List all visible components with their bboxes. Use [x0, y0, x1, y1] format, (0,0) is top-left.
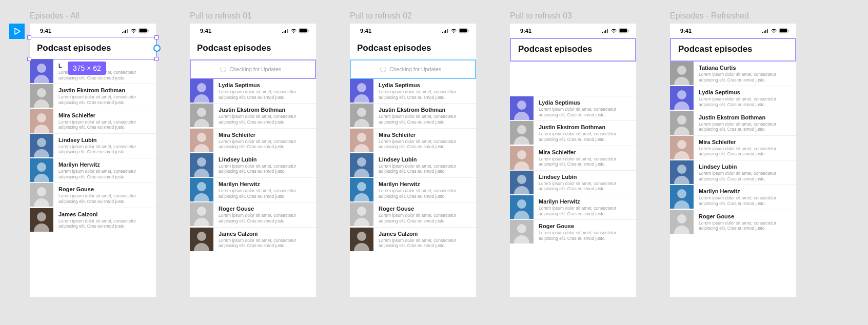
list-item[interactable]: Marilyn Herwitz Lorem ipsum dolor sit am…	[350, 177, 476, 202]
list-item[interactable]: James Calzoni Lorem ipsum dolor sit amet…	[350, 227, 476, 252]
episode-list[interactable]: Lydia Septimus Lorem ipsum dolor sit ame…	[350, 79, 476, 252]
list-item[interactable]: Mira Schleifer Lorem ipsum dolor sit ame…	[350, 128, 476, 153]
list-item[interactable]: Justin Ekstrom Bothman Lorem ipsum dolor…	[30, 84, 156, 108]
episode-description: Lorem ipsum dolor sit amet, consectetur …	[219, 139, 311, 150]
selection-handle[interactable]	[154, 57, 159, 61]
pull-to-refresh-indicator: Checking for Updates...	[190, 59, 316, 79]
svg-point-23	[197, 108, 206, 117]
svg-point-80	[677, 189, 686, 198]
artboard[interactable]: 9:41 Podcast episodes Lydia Septimus Lor…	[510, 24, 636, 297]
episode-title: Marilyn Herwitz	[58, 161, 151, 168]
episode-title: Roger Gouse	[58, 186, 151, 192]
svg-point-6	[37, 88, 46, 97]
list-item[interactable]: Roger Gouse Lorem ipsum dolor sit amet, …	[510, 219, 636, 244]
artboard[interactable]: 9:41 Podcast episodes Checking for Updat…	[190, 24, 316, 297]
list-item-body: Mira Schleifer Lorem ipsum dolor sit ame…	[694, 136, 796, 160]
list-item[interactable]: Lindsey Lubin Lorem ipsum dolor sit amet…	[30, 133, 156, 158]
list-item[interactable]: James Calzoni Lorem ipsum dolor sit amet…	[30, 208, 156, 232]
episode-title: Justin Ekstrom Bothman	[58, 87, 151, 93]
status-bar: 9:41	[670, 24, 796, 38]
list-item[interactable]: Lydia Septimus Lorem ipsum dolor sit ame…	[190, 79, 316, 103]
list-item-body: Lindsey Lubin Lorem ipsum dolor sit amet…	[213, 153, 316, 177]
artboard[interactable]: 9:41 Podcast episodes Checking for Updat…	[350, 24, 476, 297]
list-item[interactable]: Roger Gouse Lorem ipsum dolor sit amet, …	[670, 210, 796, 234]
list-item[interactable]: Mira Schleifer Lorem ipsum dolor sit ame…	[670, 135, 796, 160]
list-item-body: Justin Ekstrom Bothman Lorem ipsum dolor…	[694, 111, 796, 135]
avatar	[30, 134, 53, 157]
list-item-body: James Calzoni Lorem ipsum dolor sit amet…	[373, 228, 476, 252]
prototype-play-icon[interactable]	[9, 24, 25, 39]
list-item[interactable]: Lydia Septimus Lorem ipsum dolor sit ame…	[670, 86, 796, 110]
avatar	[190, 104, 213, 127]
prototype-connection-handle[interactable]	[153, 45, 161, 52]
episode-list[interactable]: Lydia Septimus Lorem ipsum dolor sit ame…	[190, 79, 316, 252]
refresh-label: Checking for Updates...	[229, 66, 286, 72]
list-item[interactable]: Justin Ekstrom Bothman Lorem ipsum dolor…	[510, 120, 636, 145]
list-item[interactable]: Tatiana Curtis Lorem ipsum dolor sit ame…	[670, 62, 796, 86]
avatar	[350, 129, 373, 152]
list-item[interactable]: Roger Gouse Lorem ipsum dolor sit amet, …	[190, 202, 316, 227]
svg-point-10	[37, 138, 46, 147]
svg-rect-2	[148, 30, 148, 31]
list-item[interactable]: Marilyn Herwitz Lorem ipsum dolor sit am…	[190, 177, 316, 202]
svg-point-38	[357, 83, 366, 92]
list-item-body: Mira Schleifer Lorem ipsum dolor sit ame…	[53, 109, 156, 133]
list-item[interactable]: Roger Gouse Lorem ipsum dolor sit amet, …	[30, 182, 156, 207]
svg-point-44	[357, 157, 366, 167]
list-item-body: Mira Schleifer Lorem ipsum dolor sit ame…	[534, 146, 636, 170]
list-item[interactable]: Lindsey Lubin Lorem ipsum dolor sit amet…	[350, 153, 476, 177]
list-item[interactable]: Marilyn Herwitz Lorem ipsum dolor sit am…	[30, 158, 156, 182]
episode-description: Lorem ipsum dolor sit amet, consectetur …	[379, 188, 471, 199]
list-item-body: Justin Ekstrom Bothman Lorem ipsum dolor…	[53, 84, 156, 108]
episode-description: Lorem ipsum dolor sit amet, consectetur …	[219, 89, 311, 100]
list-item-body: James Calzoni Lorem ipsum dolor sit amet…	[53, 208, 156, 232]
list-item[interactable]: Marilyn Herwitz Lorem ipsum dolor sit am…	[510, 195, 636, 219]
list-item[interactable]: Justin Ekstrom Bothman Lorem ipsum dolor…	[190, 103, 316, 128]
svg-rect-68	[788, 30, 788, 31]
status-indicators	[442, 28, 469, 33]
episode-description: Lorem ipsum dolor sit amet, consectetur …	[219, 213, 311, 224]
list-item[interactable]: Mira Schleifer Lorem ipsum dolor sit ame…	[30, 109, 156, 133]
episode-list[interactable]: L Lorem ipsum dolor sit amet, consectetu…	[30, 59, 156, 232]
screen-header: Podcast episodes	[510, 38, 636, 62]
svg-point-50	[357, 232, 366, 241]
avatar	[190, 129, 213, 152]
avatar	[30, 109, 53, 133]
avatar	[670, 111, 694, 135]
episode-description: Lorem ipsum dolor sit amet, consectetur …	[379, 164, 471, 174]
episode-title: Justin Ekstrom Bothman	[699, 114, 791, 120]
list-item[interactable]: Lydia Septimus Lorem ipsum dolor sit ame…	[350, 79, 476, 103]
screen-header: Podcast episodes	[190, 38, 316, 59]
list-item-body: Justin Ekstrom Bothman Lorem ipsum dolor…	[373, 104, 476, 128]
episode-description: Lorem ipsum dolor sit amet, consectetur …	[219, 114, 311, 125]
list-item[interactable]: Justin Ekstrom Bothman Lorem ipsum dolor…	[670, 111, 796, 135]
selection-handle[interactable]	[154, 35, 159, 39]
list-item[interactable]: Mira Schleifer Lorem ipsum dolor sit ame…	[510, 146, 636, 170]
list-item[interactable]: Mira Schleifer Lorem ipsum dolor sit ame…	[190, 128, 316, 153]
selection-handle[interactable]	[27, 57, 31, 61]
svg-point-70	[677, 66, 686, 75]
episode-list[interactable]: Tatiana Curtis Lorem ipsum dolor sit ame…	[670, 62, 796, 234]
episode-description: Lorem ipsum dolor sit amet, consectetur …	[379, 213, 471, 224]
selection-handle[interactable]	[27, 35, 31, 39]
list-item[interactable]: Roger Gouse Lorem ipsum dolor sit amet, …	[350, 202, 476, 227]
list-item[interactable]: Marilyn Herwitz Lorem ipsum dolor sit am…	[670, 185, 796, 209]
episode-description: Lorem ipsum dolor sit amet, consectetur …	[539, 107, 631, 117]
list-item[interactable]: Lindsey Lubin Lorem ipsum dolor sit amet…	[670, 160, 796, 185]
svg-point-74	[677, 115, 686, 125]
episode-description: Lorem ipsum dolor sit amet, consectetur …	[379, 114, 471, 125]
episode-list[interactable]: Lydia Septimus Lorem ipsum dolor sit ame…	[510, 96, 636, 245]
list-item[interactable]: Lydia Septimus Lorem ipsum dolor sit ame…	[510, 96, 636, 120]
avatar	[510, 220, 534, 243]
list-item[interactable]: James Calzoni Lorem ipsum dolor sit amet…	[190, 227, 316, 252]
list-item[interactable]: Lindsey Lubin Lorem ipsum dolor sit amet…	[510, 170, 636, 195]
list-item[interactable]: Lindsey Lubin Lorem ipsum dolor sit amet…	[190, 153, 316, 177]
status-time: 9:41	[40, 28, 51, 34]
svg-point-16	[37, 212, 46, 221]
episode-description: Lorem ipsum dolor sit amet, consectetur …	[379, 238, 471, 249]
episode-description: Lorem ipsum dolor sit amet, consectetur …	[58, 94, 151, 105]
artboard[interactable]: 9:41 Podcast episodes Tatiana Curtis Lor…	[670, 24, 796, 297]
episode-title: Marilyn Herwitz	[379, 181, 471, 187]
episode-description: Lorem ipsum dolor sit amet, consectetur …	[699, 195, 791, 206]
list-item[interactable]: Justin Ekstrom Bothman Lorem ipsum dolor…	[350, 103, 476, 128]
